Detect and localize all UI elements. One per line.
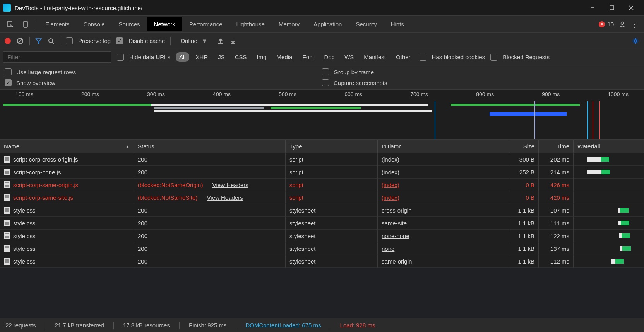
filter-type-manifest[interactable]: Manifest <box>360 52 389 62</box>
col-type[interactable]: Type <box>286 140 378 153</box>
large-rows-checkbox[interactable] <box>5 68 12 75</box>
cell-name[interactable]: script-corp-none.js <box>0 166 134 179</box>
col-name[interactable]: Name <box>0 140 134 153</box>
record-button[interactable] <box>5 38 11 44</box>
chevron-down-icon: ▼ <box>202 37 207 44</box>
tab-security[interactable]: Security <box>349 17 384 31</box>
filter-input[interactable] <box>3 51 111 63</box>
cell-initiator[interactable]: none-none <box>378 230 509 242</box>
tab-lighthouse[interactable]: Lighthouse <box>230 17 272 31</box>
settings-gear-icon[interactable] <box>632 37 639 45</box>
overview-timeline[interactable]: 100 ms200 ms300 ms400 ms500 ms600 ms700 … <box>0 89 644 140</box>
filter-type-doc[interactable]: Doc <box>320 52 338 62</box>
col-initiator[interactable]: Initiator <box>378 140 509 153</box>
preserve-log-checkbox[interactable] <box>66 37 73 44</box>
has-blocked-cookies-checkbox[interactable] <box>420 54 426 61</box>
cell-name[interactable]: style.css <box>0 242 134 255</box>
upload-icon[interactable] <box>217 37 224 44</box>
cell-name[interactable]: style.css <box>0 230 134 242</box>
tab-application[interactable]: Application <box>307 17 349 31</box>
svg-line-8 <box>18 39 22 43</box>
cell-initiator[interactable]: same-site <box>378 217 509 230</box>
error-count-badge[interactable]: ✕ 10 <box>599 21 614 27</box>
cell-type: stylesheet <box>286 242 378 255</box>
cell-initiator[interactable]: cross-origin <box>378 204 509 217</box>
file-icon <box>4 232 10 239</box>
show-overview-checkbox[interactable] <box>5 79 12 86</box>
cell-time: 214 ms <box>539 166 574 179</box>
filter-type-ws[interactable]: WS <box>341 52 357 62</box>
filter-icon[interactable] <box>35 37 42 44</box>
svg-line-10 <box>52 42 54 44</box>
cell-waterfall <box>574 191 644 204</box>
filter-type-css[interactable]: CSS <box>231 52 250 62</box>
error-count-value: 10 <box>607 21 614 27</box>
filter-type-other[interactable]: Other <box>392 52 414 62</box>
filter-type-media[interactable]: Media <box>273 52 296 62</box>
minimize-button[interactable] <box>583 0 602 15</box>
cell-time: 112 ms <box>539 255 574 268</box>
cell-initiator[interactable]: same-origin <box>378 255 509 268</box>
kebab-menu-icon[interactable]: ⋮ <box>631 20 639 29</box>
hide-data-urls-checkbox[interactable] <box>117 54 124 61</box>
filter-type-font[interactable]: Font <box>299 52 317 62</box>
disable-cache-checkbox[interactable] <box>116 37 123 44</box>
cell-status: 200 <box>134 153 286 166</box>
cell-initiator[interactable]: (index) <box>378 166 509 179</box>
tab-memory[interactable]: Memory <box>272 17 307 31</box>
device-icon[interactable] <box>18 20 33 28</box>
cell-size: 1.1 kB <box>509 204 539 217</box>
tab-hints[interactable]: Hints <box>384 17 411 31</box>
inspect-icon[interactable] <box>2 20 18 28</box>
group-by-frame-checkbox[interactable] <box>322 68 329 75</box>
filter-type-js[interactable]: JS <box>214 52 228 62</box>
tab-network[interactable]: Network <box>147 17 182 31</box>
cell-initiator[interactable]: (index) <box>378 179 509 191</box>
cell-name[interactable]: style.css <box>0 255 134 268</box>
filter-type-img[interactable]: Img <box>253 52 270 62</box>
status-resources: 17.3 kB resources <box>123 322 170 329</box>
cell-name[interactable]: style.css <box>0 204 134 217</box>
cell-name[interactable]: style.css <box>0 217 134 230</box>
person-icon[interactable] <box>618 20 626 28</box>
col-time[interactable]: Time <box>539 140 574 153</box>
maximize-button[interactable] <box>602 0 622 15</box>
tab-sources[interactable]: Sources <box>112 17 147 31</box>
col-waterfall[interactable]: Waterfall <box>574 140 644 153</box>
blocked-requests-checkbox[interactable] <box>490 54 497 61</box>
cell-name[interactable]: script-corp-same-origin.js <box>0 179 134 191</box>
cell-waterfall <box>574 179 644 191</box>
cell-size: 1.1 kB <box>509 255 539 268</box>
view-headers-link[interactable]: View Headers <box>212 182 248 188</box>
col-status[interactable]: Status <box>134 140 286 153</box>
cell-size: 252 B <box>509 166 539 179</box>
tab-elements[interactable]: Elements <box>38 17 77 31</box>
cell-initiator[interactable]: (index) <box>378 191 509 204</box>
file-icon <box>4 220 10 226</box>
cell-initiator[interactable]: (index) <box>378 153 509 166</box>
tab-console[interactable]: Console <box>77 17 112 31</box>
close-button[interactable] <box>622 0 641 15</box>
filter-type-all[interactable]: All <box>176 52 189 62</box>
status-domcontentloaded: DOMContentLoaded: 675 ms <box>245 322 321 329</box>
clear-icon[interactable] <box>16 37 24 45</box>
cell-name[interactable]: script-corp-same-site.js <box>0 191 134 204</box>
overview-tick: 1000 ms <box>608 91 629 97</box>
cell-time: 122 ms <box>539 230 574 242</box>
view-headers-link[interactable]: View Headers <box>207 194 243 201</box>
cell-initiator[interactable]: none <box>378 242 509 255</box>
cell-type: stylesheet <box>286 230 378 242</box>
throttling-select[interactable]: Online ▼ <box>176 36 211 46</box>
tab-performance[interactable]: Performance <box>182 17 230 31</box>
show-overview-label: Show overview <box>16 80 55 86</box>
capture-screenshots-checkbox[interactable] <box>322 79 329 86</box>
col-size[interactable]: Size <box>509 140 539 153</box>
svg-point-11 <box>634 40 637 42</box>
search-icon[interactable] <box>48 37 55 44</box>
filter-type-xhr[interactable]: XHR <box>192 52 212 62</box>
download-icon[interactable] <box>230 37 236 44</box>
preserve-log-label: Preserve log <box>78 37 111 44</box>
hide-data-urls-label: Hide data URLs <box>129 54 170 60</box>
cell-type: script <box>286 166 378 179</box>
cell-name[interactable]: script-corp-cross-origin.js <box>0 153 134 166</box>
